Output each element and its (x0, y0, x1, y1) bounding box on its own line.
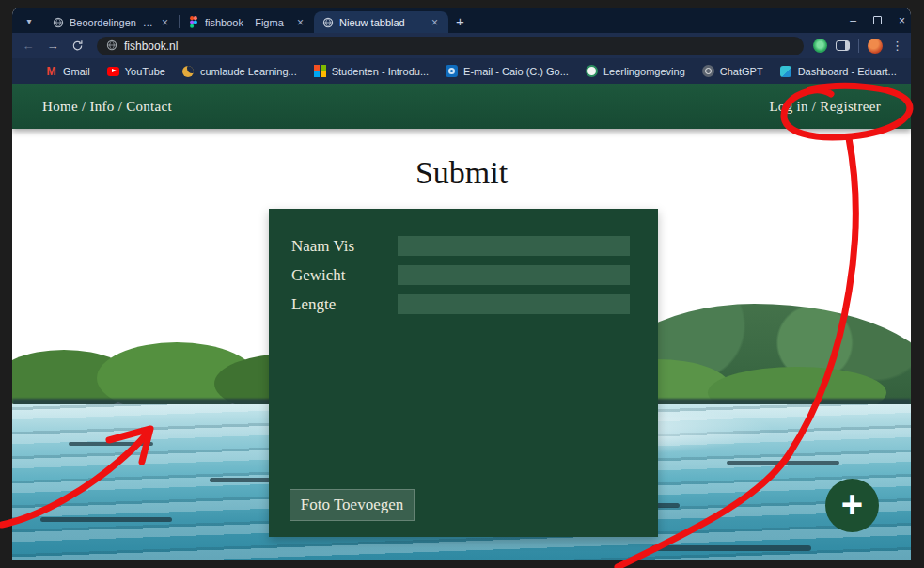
eduarte-icon (780, 66, 791, 77)
url-text: fishbook.nl (124, 39, 178, 53)
bookmark-youtube[interactable]: YouTube (101, 62, 172, 80)
tab-title: fishbook – Figma (205, 17, 289, 28)
bookmark-chatgpt[interactable]: ChatGPT (696, 62, 770, 80)
forward-button[interactable]: → (42, 36, 63, 56)
tab-title: Beoordelingen - Rijschool Goes (70, 17, 153, 28)
screenshot-frame: ▾ Beoordelingen - Rijschool Goes × fishb… (0, 0, 924, 568)
outlook-icon (446, 65, 458, 77)
field-label-gewicht: Gewicht (291, 266, 398, 285)
bookmark-label: Gmail (63, 66, 90, 77)
bookmark-label: Studenten - Introdu... (332, 66, 429, 77)
site-header: Home / Info / Contact Log in / Registree… (12, 84, 911, 129)
lengte-input[interactable] (398, 294, 630, 314)
login-register-link[interactable]: Log in / Registreer (769, 99, 881, 115)
tab-search-button[interactable]: ▾ (18, 9, 40, 32)
bookmark-gmail[interactable]: M Gmail (39, 62, 97, 80)
tab-figma[interactable]: fishbook – Figma × (180, 11, 314, 33)
reload-button[interactable] (67, 36, 87, 56)
bookmark-leerlingomgeving[interactable]: Leerlingomgeving (579, 62, 692, 80)
tab-beoordelingen[interactable]: Beoordelingen - Rijschool Goes × (44, 11, 179, 33)
toolbar-divider (858, 39, 859, 53)
bookmark-label: Dashboard - Eduart... (798, 66, 897, 77)
tab-title: Nieuw tabblad (339, 17, 423, 28)
bookmark-label: Leerlingomgeving (603, 66, 685, 77)
leerlingomgeving-icon (586, 65, 598, 77)
menu-kebab-icon[interactable]: ⋮ (891, 39, 903, 53)
globe-favicon-icon (52, 16, 64, 28)
bookmark-label: cumlaude Learning... (200, 66, 297, 77)
chatgpt-icon (702, 65, 714, 77)
youtube-icon (107, 67, 119, 76)
cumlaude-icon (182, 66, 194, 77)
maximize-button[interactable] (873, 16, 882, 24)
tab-nieuw-tabblad[interactable]: Nieuw tabblad × (314, 11, 448, 33)
submit-form-panel: Naam Vis Gewicht Lengte Foto Toevoegen (269, 209, 658, 537)
browser-toolbar: ← → fishbook.nl ⋮ (12, 33, 911, 58)
minimize-button[interactable]: – (850, 14, 856, 27)
microsoft-icon (314, 65, 326, 77)
toolbar-right: ⋮ (813, 39, 905, 54)
bookmark-label: ChatGPT (720, 66, 763, 77)
side-panel-icon[interactable] (836, 40, 850, 51)
globe-favicon-icon (321, 16, 334, 28)
page-title: Submit (12, 155, 911, 191)
bookmark-label: E-mail - Caio (C.) Go... (463, 66, 569, 77)
figma-favicon-icon (187, 16, 199, 28)
field-label-lengte: Lengte (291, 295, 398, 314)
window-controls: – × (850, 8, 905, 33)
bookmark-cumlaude[interactable]: cumlaude Learning... (176, 62, 304, 80)
extension-icon[interactable] (813, 39, 827, 53)
add-fab-button[interactable]: + (825, 479, 879, 532)
profile-avatar[interactable] (868, 39, 883, 54)
gewicht-input[interactable] (398, 265, 630, 285)
close-window-button[interactable]: × (899, 14, 905, 27)
nav-links[interactable]: Home / Info / Contact (42, 99, 172, 115)
webpage-fishbook: Home / Info / Contact Log in / Registree… (12, 84, 911, 560)
gmail-icon: M (45, 65, 57, 77)
tab-close-icon[interactable]: × (429, 16, 441, 29)
foto-toevoegen-button[interactable]: Foto Toevoegen (290, 489, 415, 521)
tab-close-icon[interactable]: × (159, 16, 171, 29)
tab-close-icon[interactable]: × (294, 16, 306, 29)
address-bar[interactable]: fishbook.nl (97, 37, 804, 55)
browser-window: ▾ Beoordelingen - Rijschool Goes × fishb… (12, 8, 911, 560)
bookmark-email[interactable]: E-mail - Caio (C.) Go... (439, 62, 575, 80)
naam-vis-input[interactable] (398, 236, 630, 256)
bookmark-dashboard[interactable]: Dashboard - Eduart... (774, 62, 903, 80)
bookmark-studenten[interactable]: Studenten - Introdu... (307, 62, 435, 80)
back-button[interactable]: ← (18, 36, 39, 56)
field-label-naam-vis: Naam Vis (291, 237, 398, 256)
site-info-icon[interactable] (106, 38, 117, 55)
bookmark-label: YouTube (125, 66, 165, 77)
bookmarks-bar: M Gmail YouTube cumlaude Learning... Stu… (12, 58, 911, 84)
new-tab-button[interactable]: + (456, 13, 464, 29)
tab-strip: ▾ Beoordelingen - Rijschool Goes × fishb… (12, 8, 911, 33)
